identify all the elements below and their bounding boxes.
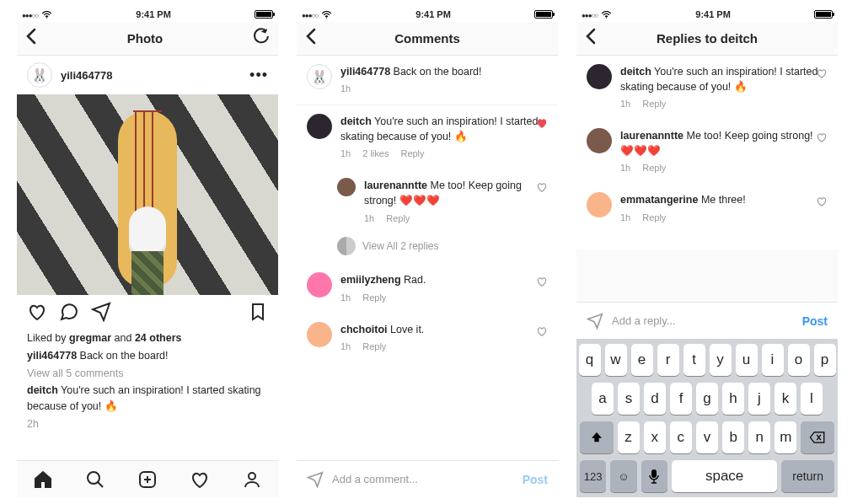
share-button[interactable] bbox=[91, 302, 111, 322]
avatar[interactable] bbox=[307, 322, 332, 347]
more-options-button[interactable]: ••• bbox=[249, 67, 268, 84]
key-l[interactable]: l bbox=[801, 383, 823, 415]
like-comment-button[interactable] bbox=[816, 131, 828, 146]
numbers-key[interactable]: 123 bbox=[580, 460, 606, 492]
reply-button[interactable]: Reply bbox=[642, 212, 666, 225]
comment-author[interactable]: emmatangerine bbox=[620, 194, 698, 206]
key-i[interactable]: i bbox=[762, 344, 784, 376]
view-all-replies[interactable]: View All 2 replies bbox=[297, 233, 558, 264]
key-c[interactable]: c bbox=[670, 421, 692, 453]
keyboard: qwertyuiop asdfghjkl zxcvbnm 123 ☺ space… bbox=[576, 339, 838, 497]
profile-tab[interactable] bbox=[242, 469, 262, 490]
post-button[interactable]: Post bbox=[802, 314, 828, 328]
key-k[interactable]: k bbox=[775, 383, 796, 415]
space-key[interactable]: space bbox=[672, 460, 777, 492]
avatar[interactable] bbox=[587, 128, 612, 153]
key-b[interactable]: b bbox=[722, 421, 744, 453]
status-bar: 9:41 PM bbox=[17, 7, 278, 22]
reply-button[interactable]: Reply bbox=[386, 212, 410, 226]
key-n[interactable]: n bbox=[748, 421, 770, 453]
refresh-button[interactable] bbox=[253, 28, 270, 49]
key-w[interactable]: w bbox=[605, 344, 627, 376]
back-button[interactable] bbox=[25, 28, 37, 50]
avatar[interactable] bbox=[587, 192, 612, 217]
key-p[interactable]: p bbox=[814, 344, 836, 376]
comments-list: 🐰 yili464778 Back on the board! 1h deitc… bbox=[297, 56, 558, 460]
key-g[interactable]: g bbox=[696, 383, 718, 415]
comment-input[interactable]: Add a comment... bbox=[332, 473, 514, 485]
like-comment-button[interactable] bbox=[816, 67, 828, 82]
key-u[interactable]: u bbox=[736, 344, 758, 376]
key-a[interactable]: a bbox=[592, 383, 614, 415]
likes-row[interactable]: Liked by gregmar and 24 others bbox=[27, 330, 268, 346]
key-s[interactable]: s bbox=[618, 383, 640, 415]
reply-button[interactable]: Reply bbox=[362, 340, 386, 354]
key-z[interactable]: z bbox=[618, 421, 640, 453]
like-comment-button[interactable] bbox=[536, 325, 548, 340]
key-f[interactable]: f bbox=[670, 383, 692, 415]
like-comment-button[interactable] bbox=[536, 117, 548, 131]
comment-button[interactable] bbox=[59, 302, 79, 322]
key-o[interactable]: o bbox=[788, 344, 810, 376]
avatar[interactable] bbox=[337, 178, 356, 196]
bookmark-button[interactable] bbox=[248, 302, 268, 322]
new-post-tab[interactable] bbox=[137, 469, 158, 490]
comment-author[interactable]: yili464778 bbox=[340, 66, 390, 78]
reply-button[interactable]: Reply bbox=[642, 98, 666, 111]
comment-time: 1h bbox=[340, 83, 351, 96]
key-y[interactable]: y bbox=[710, 344, 732, 376]
post-photo[interactable] bbox=[17, 94, 278, 295]
post-header: 🐰 yili464778 ••• bbox=[17, 56, 278, 94]
key-h[interactable]: h bbox=[722, 383, 744, 415]
key-d[interactable]: d bbox=[644, 383, 666, 415]
shift-key[interactable] bbox=[580, 421, 614, 453]
original-post: 🐰 yili464778 Back on the board! 1h bbox=[297, 56, 558, 105]
comment-author[interactable]: emiilyzheng bbox=[340, 274, 401, 286]
return-key[interactable]: return bbox=[781, 460, 834, 492]
home-tab[interactable] bbox=[33, 469, 53, 490]
avatar[interactable] bbox=[307, 114, 332, 139]
post-timestamp: 2h bbox=[27, 416, 268, 432]
backspace-key[interactable] bbox=[801, 421, 834, 453]
avatar[interactable] bbox=[587, 64, 612, 89]
reply-button[interactable]: Reply bbox=[362, 292, 386, 305]
key-m[interactable]: m bbox=[775, 421, 796, 453]
comment-item: emiilyzheng Rad. 1hReply bbox=[297, 264, 558, 313]
like-button[interactable] bbox=[27, 302, 47, 322]
comment-author[interactable]: laurenanntte bbox=[620, 130, 683, 142]
reply-input[interactable]: Add a reply... bbox=[612, 314, 794, 327]
key-j[interactable]: j bbox=[748, 383, 770, 415]
empty-area bbox=[576, 249, 838, 302]
like-comment-button[interactable] bbox=[536, 276, 548, 290]
comment-author[interactable]: chchoitoi bbox=[340, 324, 388, 335]
view-all-comments[interactable]: View all 5 comments bbox=[27, 366, 268, 382]
key-x[interactable]: x bbox=[644, 421, 666, 453]
comment-author[interactable]: deitch bbox=[340, 115, 372, 127]
like-comment-button[interactable] bbox=[816, 196, 828, 210]
tab-bar bbox=[17, 460, 278, 497]
emoji-key[interactable]: ☺ bbox=[610, 460, 636, 492]
avatar[interactable]: 🐰 bbox=[27, 62, 52, 88]
send-icon bbox=[587, 313, 603, 330]
avatar[interactable]: 🐰 bbox=[307, 64, 332, 89]
comment-likes[interactable]: 2 likes bbox=[362, 147, 389, 161]
post-button[interactable]: Post bbox=[523, 473, 548, 486]
key-r[interactable]: r bbox=[657, 344, 679, 376]
back-button[interactable] bbox=[305, 28, 317, 50]
key-e[interactable]: e bbox=[631, 344, 653, 376]
key-q[interactable]: q bbox=[579, 344, 601, 376]
back-button[interactable] bbox=[585, 28, 597, 50]
search-tab[interactable] bbox=[85, 469, 105, 490]
like-comment-button[interactable] bbox=[536, 181, 548, 196]
mic-key[interactable] bbox=[641, 460, 667, 492]
comment-author[interactable]: laurenanntte bbox=[364, 180, 427, 191]
reply-button[interactable]: Reply bbox=[642, 162, 666, 175]
reply-input-bar: Add a reply... Post bbox=[576, 302, 838, 339]
post-author[interactable]: yili464778 bbox=[61, 69, 112, 82]
key-t[interactable]: t bbox=[683, 344, 705, 376]
activity-tab[interactable] bbox=[190, 469, 210, 490]
key-v[interactable]: v bbox=[696, 421, 718, 453]
comment-author[interactable]: deitch bbox=[620, 66, 651, 78]
avatar[interactable] bbox=[307, 272, 332, 298]
reply-button[interactable]: Reply bbox=[400, 147, 424, 161]
